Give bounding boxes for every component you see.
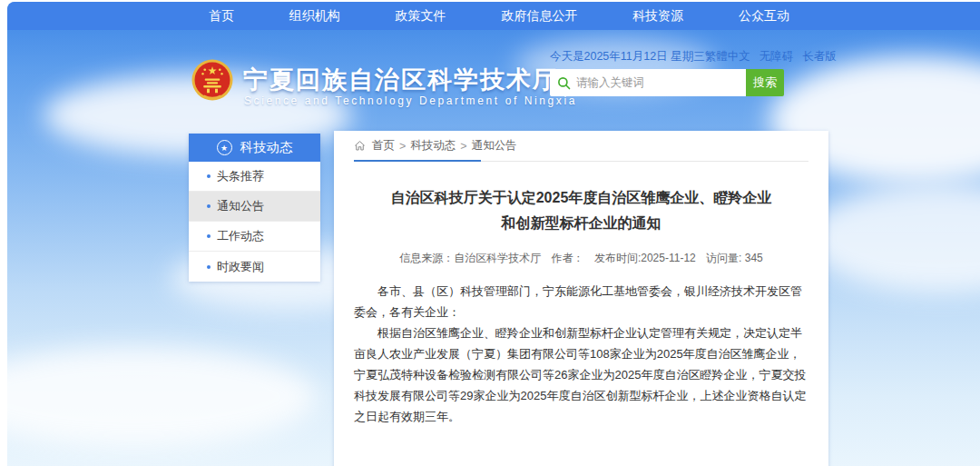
national-emblem-logo: [191, 56, 234, 104]
sidebar-item-label: 时政要闻: [217, 259, 264, 275]
main-content-panel: 首页 > 科技动态 > 通知公告 自治区科技厅关于认定2025年度自治区雏鹰企业…: [334, 131, 828, 466]
site-subtitle: Science and Technology Department of Nin…: [244, 94, 577, 107]
article-title-line2: 和创新型标杆企业的通知: [354, 211, 808, 236]
meta-publish-time: 发布时间:2025-11-12: [594, 252, 696, 264]
bullet-dot-icon: [207, 174, 211, 178]
article-meta: 信息来源：自治区科学技术厅 作者： 发布时间:2025-11-12 访问量: 3…: [354, 251, 808, 266]
cloud-decoration: [7, 347, 316, 447]
sidebar-item-label: 工作动态: [217, 228, 264, 244]
sidebar-header: ★ 科技动态: [189, 134, 320, 162]
breadcrumb-separator: >: [399, 140, 406, 153]
search-input[interactable]: [576, 76, 739, 89]
meta-author: 作者：: [552, 252, 584, 264]
search-bar: 搜索: [550, 69, 784, 96]
sidebar: ★ 科技动态 头条推荐 通知公告 工作动态 时政要闻: [189, 134, 320, 282]
nav-item-gov-info-disclosure[interactable]: 政府信息公开: [501, 8, 577, 25]
article-paragraph: 各市、县（区）科技管理部门，宁东能源化工基地管委会，银川经济技术开发区管委会，各…: [354, 281, 808, 322]
home-icon: [354, 140, 366, 152]
sidebar-item-notices[interactable]: 通知公告: [189, 192, 320, 222]
article-paragraph: 根据自治区雏鹰企业、瞪羚企业和创新型标杆企业认定管理有关规定，决定认定半亩良人农…: [354, 322, 808, 427]
site-title: 宁夏回族自治区科学技术厅: [243, 64, 559, 96]
meta-views: 访问量: 345: [706, 252, 763, 264]
breadcrumb-sci-tech-dynamics[interactable]: 科技动态: [410, 138, 456, 154]
link-accessibility[interactable]: 无障碍: [760, 49, 794, 64]
link-traditional-chinese[interactable]: 繁體中文: [705, 49, 750, 64]
bullet-dot-icon: [207, 204, 211, 208]
article-body: 各市、县（区）科技管理部门，宁东能源化工基地管委会，银川经济技术开发区管委会，各…: [354, 281, 808, 427]
search-icon: [557, 76, 571, 90]
breadcrumb-home[interactable]: 首页: [372, 138, 395, 154]
sidebar-item-work-dynamics[interactable]: 工作动态: [189, 222, 320, 252]
sidebar-item-headline-recommend[interactable]: 头条推荐: [189, 162, 320, 192]
breadcrumb-active-underline: [354, 160, 481, 162]
cloud-decoration: [806, 183, 980, 292]
bullet-dot-icon: [207, 234, 211, 238]
star-circle-icon: ★: [217, 140, 232, 155]
bullet-dot-icon: [207, 265, 211, 269]
article-title: 自治区科技厅关于认定2025年度自治区雏鹰企业、瞪羚企业 和创新型标杆企业的通知: [354, 185, 808, 236]
top-navigation-bar: 首页 组织机构 政策文件 政府信息公开 科技资源 公众互动: [7, 2, 980, 30]
breadcrumb: 首页 > 科技动态 > 通知公告: [354, 131, 808, 162]
breadcrumb-separator: >: [460, 140, 466, 153]
nav-item-public-interaction[interactable]: 公众互动: [739, 8, 789, 25]
sidebar-item-label: 通知公告: [217, 198, 264, 214]
nav-item-policy-documents[interactable]: 政策文件: [396, 8, 446, 25]
sidebar-item-current-politics[interactable]: 时政要闻: [189, 252, 320, 282]
sidebar-title: 科技动态: [240, 139, 293, 156]
breadcrumb-notices[interactable]: 通知公告: [472, 138, 517, 154]
article-title-line1: 自治区科技厅关于认定2025年度自治区雏鹰企业、瞪羚企业: [354, 185, 808, 211]
sidebar-item-label: 头条推荐: [217, 168, 264, 184]
meta-source: 信息来源：自治区科学技术厅: [399, 252, 541, 264]
link-elder-version[interactable]: 长者版: [802, 49, 837, 64]
search-button[interactable]: 搜索: [746, 69, 784, 96]
nav-item-sci-tech-resources[interactable]: 科技资源: [632, 8, 683, 25]
sky-background: 首页 组织机构 政策文件 政府信息公开 科技资源 公众互动 宁夏回族自治区科学技…: [7, 2, 980, 466]
nav-item-home[interactable]: 首页: [209, 8, 234, 25]
current-date-text: 今天是2025年11月12日 星期三: [550, 49, 705, 64]
nav-item-organization[interactable]: 组织机构: [289, 8, 340, 25]
